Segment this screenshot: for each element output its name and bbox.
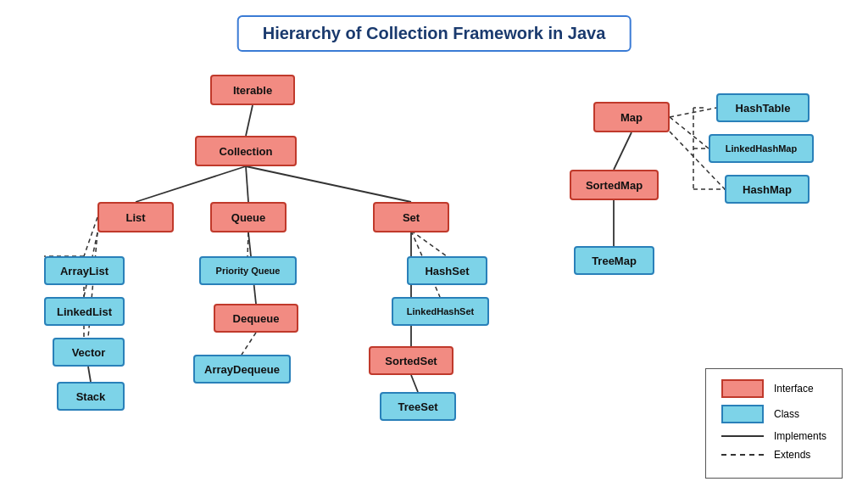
legend-extends-label: Extends [774, 449, 810, 461]
svg-line-11 [88, 367, 91, 382]
legend-implements-label: Implements [774, 430, 826, 442]
node-hashset: HashSet [407, 256, 487, 285]
svg-line-14 [242, 333, 256, 355]
node-linkedlist: LinkedList [44, 297, 125, 326]
svg-line-0 [246, 105, 253, 136]
node-iterable: Iterable [210, 75, 295, 105]
node-linkedhashmap: LinkedHashMap [709, 134, 814, 163]
node-list: List [97, 202, 174, 232]
node-treemap: TreeMap [574, 246, 654, 275]
node-sortedmap: SortedMap [570, 170, 659, 200]
svg-line-12 [248, 232, 248, 256]
node-hashtable: HashTable [716, 93, 810, 122]
svg-line-19 [670, 108, 716, 117]
node-stack: Stack [57, 382, 125, 411]
node-queue: Queue [210, 202, 287, 232]
legend-interface-label: Interface [774, 383, 814, 395]
svg-line-21 [614, 132, 632, 170]
node-hashmap: HashMap [725, 175, 810, 204]
svg-line-4 [84, 217, 97, 256]
title-box: Hierarchy of Collection Framework in Jav… [237, 15, 632, 52]
svg-line-20 [670, 117, 709, 148]
node-dequeue: Dequeue [214, 304, 298, 333]
svg-line-2 [246, 166, 248, 202]
node-set: Set [373, 202, 449, 232]
legend-class-label: Class [774, 408, 799, 420]
node-arraydequeue: ArrayDequeue [193, 355, 291, 384]
node-arraylist: ArrayList [44, 256, 125, 285]
node-linkedhashset: LinkedHashSet [392, 297, 489, 326]
legend: Interface Class Implements Extends [705, 368, 843, 479]
svg-line-1 [136, 166, 246, 202]
title-text: Hierarchy of Collection Framework in Jav… [263, 24, 606, 42]
svg-line-15 [411, 231, 447, 256]
node-priorityqueue: Priority Queue [199, 256, 297, 285]
node-sortedset: SortedSet [369, 346, 453, 375]
node-collection: Collection [195, 136, 297, 166]
node-vector: Vector [53, 338, 125, 367]
node-treeset: TreeSet [380, 392, 456, 421]
svg-line-18 [411, 375, 418, 392]
node-map: Map [593, 102, 670, 132]
svg-line-3 [246, 166, 411, 202]
